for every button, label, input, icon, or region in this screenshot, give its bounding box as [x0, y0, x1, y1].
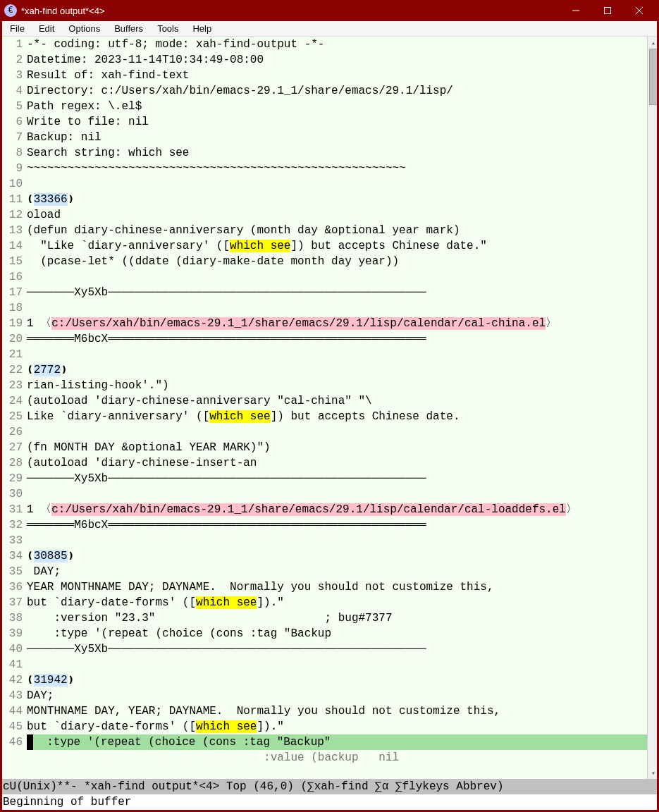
- code-line[interactable]: :type '(repeat (choice (cons :tag "Backu…: [27, 626, 647, 641]
- line-number: 35: [0, 564, 23, 579]
- code-line[interactable]: [27, 347, 647, 362]
- line-number: 10: [0, 176, 23, 192]
- menu-tools[interactable]: Tools: [150, 22, 185, 35]
- file-path[interactable]: c:/Users/xah/bin/emacs-29.1_1/share/emac…: [51, 503, 566, 516]
- line-number: 36: [0, 579, 23, 595]
- code-line[interactable]: ───────Xy5Xb────────────────────────────…: [27, 471, 647, 486]
- text-segment: rian-listing-hook'."): [27, 379, 169, 392]
- code-line[interactable]: but `diary-date-forms' ([which see]).": [27, 719, 647, 734]
- code-line[interactable]: Path regex: \.el$: [27, 99, 647, 114]
- code-line[interactable]: (pcase-let* ((ddate (diary-make-date mon…: [27, 254, 647, 269]
- line-number: 43: [0, 688, 23, 703]
- code-line[interactable]: :value (backup nil: [27, 750, 647, 765]
- text-segment: 1 〈: [27, 503, 51, 516]
- menu-help[interactable]: Help: [185, 22, 218, 35]
- code-line[interactable]: Directory: c:/Users/xah/bin/emacs-29.1_1…: [27, 83, 647, 99]
- code-line[interactable]: [27, 424, 647, 440]
- text-segment: ❪: [27, 550, 34, 562]
- search-match[interactable]: which see: [196, 596, 257, 609]
- code-line[interactable]: YEAR MONTHNAME DAY; DAYNAME. Normally yo…: [27, 579, 647, 595]
- line-number: 30: [0, 486, 23, 502]
- code-line[interactable]: rian-listing-hook'."): [27, 378, 647, 393]
- code-line[interactable]: ❪30885❫: [27, 548, 647, 564]
- code-line[interactable]: ═══════M6bcX════════════════════════════…: [27, 331, 647, 347]
- code-line[interactable]: (autoload 'diary-chinese-insert-an: [27, 455, 647, 471]
- code-line[interactable]: (autoload 'diary-chinese-anniversary "ca…: [27, 393, 647, 409]
- code-line[interactable]: 1 〈c:/Users/xah/bin/emacs-29.1_1/share/e…: [27, 316, 647, 331]
- code-line[interactable]: ───────Xy5Xb────────────────────────────…: [27, 641, 647, 657]
- code-line[interactable]: ❪2772❫: [27, 362, 647, 378]
- text-segment: 〉: [546, 317, 557, 330]
- code-line[interactable]: [27, 486, 647, 502]
- code-line[interactable]: (defun diary-chinese-anniversary (month …: [27, 223, 647, 238]
- position-marker: 2772: [34, 364, 61, 376]
- line-number: 29: [0, 471, 23, 486]
- code-line[interactable]: but `diary-date-forms' ([which see]).": [27, 595, 647, 610]
- search-match[interactable]: which see: [196, 720, 257, 733]
- code-line[interactable]: oload: [27, 207, 647, 223]
- minibuffer[interactable]: Beginning of buffer: [0, 794, 659, 810]
- code-line[interactable]: "Like `diary-anniversary' ([which see]) …: [27, 238, 647, 254]
- svg-rect-1: [604, 8, 610, 14]
- code-line[interactable]: [27, 269, 647, 285]
- text-segment: (defun diary-chinese-anniversary (month …: [27, 224, 460, 237]
- line-number: [0, 750, 23, 765]
- position-marker: 31942: [34, 674, 68, 687]
- line-number: 34: [0, 548, 23, 564]
- text-segment: ───────Xy5Xb────────────────────────────…: [27, 643, 426, 656]
- code-line[interactable]: Search string: which see: [27, 145, 647, 161]
- code-line[interactable]: ───────Xy5Xb────────────────────────────…: [27, 285, 647, 300]
- code-line[interactable]: Like `diary-anniversary' ([which see]) b…: [27, 409, 647, 424]
- text-segment: ═══════M6bcX════════════════════════════…: [27, 333, 426, 345]
- line-number: 12: [0, 207, 23, 223]
- code-line[interactable]: :version "23.3" ; bug#7377: [27, 610, 647, 626]
- position-marker: 33366: [34, 193, 68, 206]
- code-line[interactable]: DAY;: [27, 688, 647, 703]
- code-line[interactable]: DAY;: [27, 564, 647, 579]
- code-line[interactable]: Write to file: nil: [27, 114, 647, 130]
- code-line[interactable]: 1 〈c:/Users/xah/bin/emacs-29.1_1/share/e…: [27, 502, 647, 517]
- text-segment: but `diary-date-forms' ([: [27, 720, 196, 733]
- menu-edit[interactable]: Edit: [32, 22, 61, 35]
- line-number: 42: [0, 672, 23, 688]
- menu-options[interactable]: Options: [61, 22, 107, 35]
- text-segment: ❪: [27, 674, 34, 687]
- text-segment: but `diary-date-forms' ([: [27, 596, 196, 609]
- code-line[interactable]: Datetime: 2023-11-14T10:34:49-08:00: [27, 52, 647, 68]
- code-line[interactable]: [27, 300, 647, 316]
- code-line[interactable]: :type '(repeat (choice (cons :tag "Backu…: [27, 734, 647, 750]
- code-line[interactable]: [27, 533, 647, 548]
- text-segment: ]) but accepts Chinese date.": [290, 240, 486, 252]
- code-line[interactable]: Result of: xah-find-text: [27, 68, 647, 83]
- code-line[interactable]: MONTHNAME DAY, YEAR; DAYNAME. Normally y…: [27, 703, 647, 719]
- search-match[interactable]: which see: [209, 410, 270, 423]
- code-content[interactable]: -*- coding: utf-8; mode: xah-find-output…: [27, 37, 647, 779]
- close-button[interactable]: [623, 0, 655, 21]
- line-number: 22: [0, 362, 23, 378]
- menu-buffers[interactable]: Buffers: [107, 22, 150, 35]
- code-line[interactable]: [27, 657, 647, 672]
- code-line[interactable]: [27, 176, 647, 192]
- titlebar[interactable]: € *xah-find output*<4>: [0, 0, 659, 21]
- text-segment: DAY;: [27, 689, 54, 702]
- code-line[interactable]: (fn MONTH DAY &optional YEAR MARK)"): [27, 440, 647, 455]
- menu-file[interactable]: File: [3, 22, 32, 35]
- line-number: 9: [0, 161, 23, 176]
- search-match[interactable]: which see: [230, 240, 290, 252]
- line-number: 19: [0, 316, 23, 331]
- code-line[interactable]: ❪33366❫: [27, 192, 647, 207]
- file-path[interactable]: c:/Users/xah/bin/emacs-29.1_1/share/emac…: [51, 317, 546, 330]
- editor-area[interactable]: 1234567891011121314151617181920212223242…: [0, 37, 659, 779]
- text-segment: Backup: nil: [27, 131, 101, 144]
- code-line[interactable]: ═══════M6bcX════════════════════════════…: [27, 517, 647, 533]
- text-segment: 1 〈: [27, 317, 51, 330]
- text-segment: Result of: xah-find-text: [27, 69, 189, 82]
- code-line[interactable]: Backup: nil: [27, 130, 647, 145]
- mode-line[interactable]: cU(Unix)**- *xah-find output*<4> Top (46…: [0, 779, 659, 794]
- maximize-button[interactable]: [591, 0, 623, 21]
- line-number: 8: [0, 145, 23, 161]
- minimize-button[interactable]: [560, 0, 591, 21]
- code-line[interactable]: ❪31942❫: [27, 672, 647, 688]
- code-line[interactable]: ~~~~~~~~~~~~~~~~~~~~~~~~~~~~~~~~~~~~~~~~…: [27, 161, 647, 176]
- code-line[interactable]: -*- coding: utf-8; mode: xah-find-output…: [27, 37, 647, 52]
